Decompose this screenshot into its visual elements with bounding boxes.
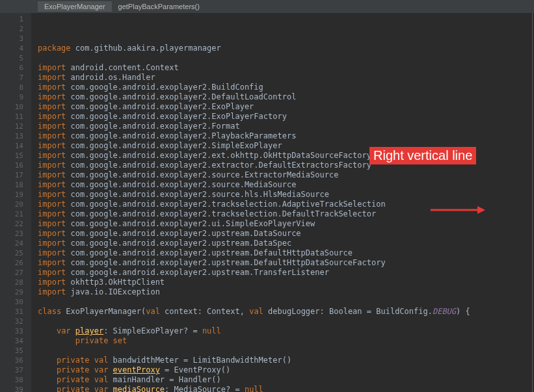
line-number: 11 xyxy=(0,112,23,122)
code-line[interactable] xyxy=(31,317,534,326)
breadcrumb-method[interactable]: getPlayBackParameters() xyxy=(112,1,206,12)
line-number: 10 xyxy=(0,102,23,112)
line-number: 19 xyxy=(0,190,23,200)
code-line[interactable]: import java.io.IOException xyxy=(31,287,534,297)
code-line[interactable]: import android.content.Context xyxy=(31,63,534,73)
editor-area[interactable]: 1234567891011121314151617181920212223242… xyxy=(0,13,534,392)
code-line[interactable]: import com.google.android.exoplayer2.ups… xyxy=(31,258,534,268)
code-line[interactable]: import com.google.android.exoplayer2.For… xyxy=(31,122,534,131)
line-number: 21 xyxy=(0,209,23,219)
code-line[interactable]: package com.github.aakira.playermanager xyxy=(31,44,534,53)
code-line[interactable]: class ExoPlayerManager(val context: Cont… xyxy=(31,307,534,317)
code-line[interactable] xyxy=(31,346,534,356)
code-line[interactable]: import com.google.android.exoplayer2.Pla… xyxy=(31,131,534,141)
code-line[interactable]: private set xyxy=(31,336,534,346)
annotation-label: Right vertical line xyxy=(369,147,476,164)
line-number: 14 xyxy=(0,141,23,151)
line-number: 20 xyxy=(0,200,23,209)
line-number: 36 xyxy=(0,356,23,365)
line-number: 24 xyxy=(0,239,23,248)
line-number: 13 xyxy=(0,131,23,141)
code-line[interactable]: import com.google.android.exoplayer2.sou… xyxy=(31,170,534,180)
right-margin-line xyxy=(532,13,533,392)
line-number: 27 xyxy=(0,268,23,278)
svg-marker-1 xyxy=(477,206,485,214)
code-line[interactable]: import com.google.android.exoplayer2.sou… xyxy=(31,190,534,200)
code-line[interactable]: var player: SimpleExoPlayer? = null xyxy=(31,326,534,336)
line-number: 28 xyxy=(0,278,23,287)
line-number: 30 xyxy=(0,297,23,307)
line-number: 32 xyxy=(0,317,23,326)
code-line[interactable]: import com.google.android.exoplayer2.Exo… xyxy=(31,102,534,112)
code-line[interactable]: private val mainHandler = Handler() xyxy=(31,375,534,385)
line-number: 31 xyxy=(0,307,23,317)
line-number: 2 xyxy=(0,24,23,34)
line-number: 17 xyxy=(0,170,23,180)
code-content[interactable]: package com.github.aakira.playermanageri… xyxy=(31,13,534,392)
code-line[interactable]: import com.google.android.exoplayer2.ups… xyxy=(31,248,534,258)
code-line[interactable]: private var mediaSource: MediaSource? = … xyxy=(31,385,534,392)
annotation-arrow-icon xyxy=(431,205,485,215)
code-line[interactable]: private val bandwidthMeter = LimitBandwi… xyxy=(31,356,534,365)
line-number: 39 xyxy=(0,385,23,392)
line-number: 12 xyxy=(0,122,23,131)
code-line[interactable]: import com.google.android.exoplayer2.ups… xyxy=(31,268,534,278)
code-line[interactable]: import com.google.android.exoplayer2.Exo… xyxy=(31,112,534,122)
line-number: 35 xyxy=(0,346,23,356)
line-number: 16 xyxy=(0,161,23,170)
line-number: 15 xyxy=(0,151,23,161)
line-number: 1 xyxy=(0,14,23,24)
code-line[interactable]: import com.google.android.exoplayer2.ups… xyxy=(31,239,534,248)
code-line[interactable]: import com.google.android.exoplayer2.Def… xyxy=(31,92,534,102)
line-number: 6 xyxy=(0,63,23,73)
code-line[interactable]: import android.os.Handler xyxy=(31,73,534,83)
line-number: 23 xyxy=(0,229,23,239)
code-line[interactable]: import com.google.android.exoplayer2.sou… xyxy=(31,180,534,190)
line-number: 22 xyxy=(0,219,23,229)
code-line[interactable]: private var eventProxy = EventProxy() xyxy=(31,365,534,375)
line-number-gutter[interactable]: 1234567891011121314151617181920212223242… xyxy=(0,13,31,392)
code-line[interactable] xyxy=(31,53,534,63)
code-line[interactable]: import com.google.android.exoplayer2.ui.… xyxy=(31,219,534,229)
line-number: 8 xyxy=(0,83,23,92)
line-number: 4 xyxy=(0,44,23,53)
line-number: 37 xyxy=(0,365,23,375)
line-number: 26 xyxy=(0,258,23,268)
line-number: 34 xyxy=(0,336,23,346)
line-number: 18 xyxy=(0,180,23,190)
line-number: 3 xyxy=(0,34,23,44)
line-number: 29 xyxy=(0,287,23,297)
line-number: 9 xyxy=(0,92,23,102)
line-number: 7 xyxy=(0,73,23,83)
code-line[interactable] xyxy=(31,297,534,307)
line-number: 5 xyxy=(0,53,23,63)
code-line[interactable]: import com.google.android.exoplayer2.Bui… xyxy=(31,83,534,92)
line-number: 25 xyxy=(0,248,23,258)
breadcrumb-class[interactable]: ExoPlayerManager xyxy=(38,1,112,12)
code-line[interactable]: import okhttp3.OkHttpClient xyxy=(31,278,534,287)
code-line[interactable]: import com.google.android.exoplayer2.ups… xyxy=(31,229,534,239)
breadcrumb-bar: ExoPlayerManager getPlayBackParameters() xyxy=(0,0,534,13)
line-number: 38 xyxy=(0,375,23,385)
line-number: 33 xyxy=(0,326,23,336)
